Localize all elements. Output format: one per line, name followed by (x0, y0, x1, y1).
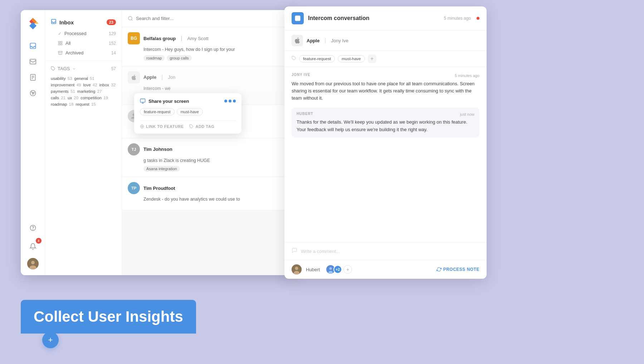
archived-nav-item[interactable]: Archived 14 (45, 48, 122, 58)
all-nav-item[interactable]: All 152 (45, 38, 122, 48)
nav-panel: Inbox 23 ✓ Processed 129 All 152 A (45, 10, 122, 275)
sidebar-item-inbox[interactable] (26, 39, 40, 53)
add-participant-button[interactable]: + (343, 265, 352, 274)
svg-point-14 (31, 261, 35, 264)
conversation-tags-row: feature-request must-have + (284, 51, 487, 67)
intercom-icon (292, 12, 304, 24)
processed-count: 129 (109, 31, 116, 36)
inbox-label: Inbox (59, 19, 104, 25)
dot-1 (224, 100, 227, 102)
sidebar-icons: 3 (21, 10, 45, 275)
participant-count-badge: +2 (333, 265, 342, 274)
add-tag-button[interactable]: + (368, 54, 376, 63)
tag-inbox[interactable]: inbox 32 (99, 83, 116, 87)
sidebar-item-messages[interactable] (26, 54, 40, 69)
share-screen-icon (140, 98, 146, 104)
tag-roadmap[interactable]: roadmap 18 (51, 102, 73, 106)
add-tag-label: ADD TAG (195, 124, 214, 129)
add-tag-action[interactable]: ADD TAG (189, 124, 214, 129)
link-to-feature-action[interactable]: LINK TO FEATURE (140, 124, 184, 129)
conversation-avatar: TP (128, 182, 140, 194)
tag-ux[interactable]: ux 20 (68, 96, 78, 100)
tag-competition[interactable]: competition 19 (80, 96, 108, 100)
tag-request[interactable]: request 15 (75, 102, 96, 106)
conversation-sender: Apple (143, 75, 156, 80)
inbox-nav-item[interactable]: Inbox 23 (45, 16, 122, 29)
tag-payments[interactable]: payments 51 (51, 89, 75, 94)
tag-general[interactable]: general 51 (74, 76, 94, 81)
tag-calls[interactable]: calls 21 (51, 96, 65, 100)
popup-tag-feature-request[interactable]: feature-request (140, 108, 175, 115)
tag-improvement[interactable]: improvement 49 (51, 83, 81, 87)
conversation-tags: Asana integration (128, 166, 292, 172)
sidebar-item-notifications[interactable]: 3 (26, 239, 40, 254)
link-icon (140, 124, 144, 129)
fab-add-button[interactable]: + (42, 332, 59, 348)
popup-tag-must-have[interactable]: must-have (177, 108, 203, 115)
comment-icon (292, 248, 297, 255)
tags-nav-item[interactable]: TAGS 57 (45, 64, 122, 73)
svg-rect-18 (61, 42, 62, 43)
conversation-item[interactable]: TJ Tim Johnson g tasks in Zlack is creat… (122, 138, 298, 177)
chevron-down-icon (72, 67, 76, 71)
nav-divider (45, 61, 122, 61)
company-name: Apple (307, 38, 319, 43)
all-count: 152 (109, 41, 116, 46)
conversation-item[interactable]: BG Belfalas group | Amy Scott Intercom -… (122, 27, 298, 66)
tag-love[interactable]: love 42 (83, 83, 97, 87)
message-item: HUBERT just now Thanks for the details. … (292, 107, 479, 137)
svg-rect-28 (140, 99, 145, 102)
responder-name: Hubert (306, 267, 320, 272)
tags-label: TAGS (58, 66, 70, 71)
check-icon: ✓ (58, 31, 62, 36)
popup-tags: feature-request must-have (140, 108, 236, 115)
conversation-sender: Tim Proudfoot (143, 186, 175, 191)
archive-icon (58, 51, 63, 55)
right-panel-header: Intercom conversation 5 minutes ago (284, 6, 487, 30)
svg-point-10 (30, 91, 35, 96)
sidebar-item-help[interactable] (26, 221, 40, 235)
banner-text: Collect User Insights (34, 308, 183, 325)
conversation-item[interactable]: TP Tim Proudfoot Zendesk - do you have a… (122, 177, 298, 210)
conversation-recipient: Jon (168, 75, 175, 80)
tag-must-have[interactable]: must-have (338, 55, 365, 62)
conversation-preview: g tasks in Zlack is creating HUGE (128, 158, 292, 164)
search-input[interactable] (136, 16, 284, 21)
tag-marketing[interactable]: marketing 27 (77, 89, 102, 94)
message-time: just now (460, 112, 474, 116)
tags-count: 57 (111, 66, 116, 71)
conversation-preview: Intercom - Hey guys, how do I sign up fo… (128, 47, 292, 53)
user-avatar[interactable] (27, 258, 39, 269)
conversation-list: BG Belfalas group | Amy Scott Intercom -… (122, 10, 298, 275)
comment-placeholder[interactable]: Write a comment... (301, 249, 340, 254)
conversation-avatar: BG (128, 32, 140, 44)
popup-actions: LINK TO FEATURE ADD TAG (140, 120, 236, 129)
right-panel-title: Intercom conversation (308, 15, 440, 21)
notification-badge: 3 (36, 238, 42, 244)
dot-3 (233, 100, 236, 102)
conversation-tags: roadmap group calls (128, 55, 292, 61)
conversation-preview: Zendesk - do you have analytics we could… (128, 196, 292, 203)
fab-icon: + (48, 335, 53, 345)
tag-chip: roadmap (143, 55, 165, 61)
sidebar-item-compass[interactable] (26, 86, 40, 100)
popup-dots (224, 100, 236, 102)
refresh-icon (436, 267, 441, 272)
tag-feature-request[interactable]: feature-request (299, 55, 335, 62)
svg-point-37 (330, 267, 332, 270)
conversation-sender: Belfalas group (143, 36, 176, 41)
svg-rect-4 (30, 43, 35, 49)
right-panel: Intercom conversation 5 minutes ago Appl… (284, 6, 487, 279)
process-note-button[interactable]: PROCESS NOTE (436, 267, 479, 272)
inbox-count-badge: 23 (107, 19, 116, 25)
user-info-row: Apple | Jony Ive (284, 30, 487, 51)
all-label: All (65, 40, 70, 46)
tags-grid: usability 53 general 51 improvement 49 l… (45, 73, 122, 109)
sidebar-item-notes[interactable] (26, 70, 40, 85)
tag-usability[interactable]: usability 53 (51, 76, 72, 81)
processed-nav-item[interactable]: ✓ Processed 129 (45, 29, 122, 38)
messages-area: JONY IVE 5 minutes ago We moved from our… (284, 67, 487, 242)
message-text: Thanks for the details. We'll keep you u… (297, 119, 474, 133)
link-label: LINK TO FEATURE (146, 124, 184, 129)
conversation-avatar (128, 71, 140, 83)
